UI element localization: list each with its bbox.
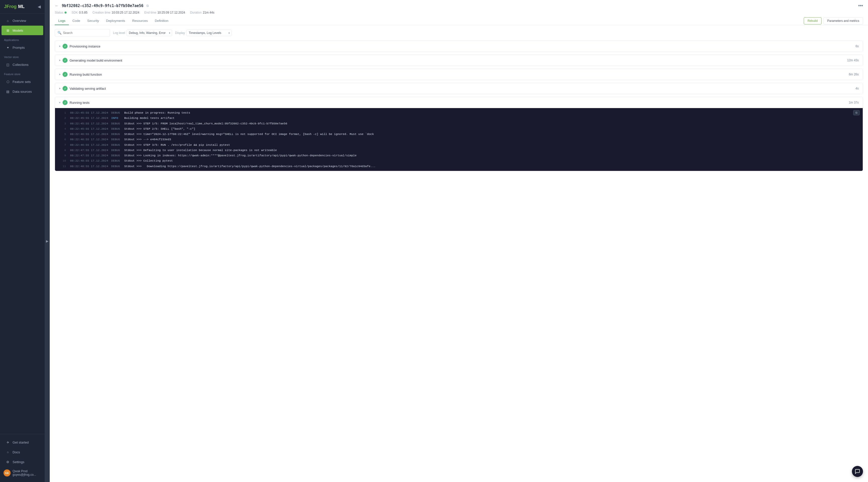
back-button[interactable]: ← <box>55 3 59 8</box>
filter-bar: 🔍 Log level Debug, Info, Warning, Error … <box>55 29 863 36</box>
sidebar-item-models[interactable]: ⊞ Models <box>1 26 43 35</box>
copy-id-button[interactable]: ⧉ <box>147 4 149 8</box>
collapse-sidebar-button[interactable]: ◀ <box>38 4 41 9</box>
tab-code[interactable]: Code <box>69 17 84 25</box>
more-options-button[interactable]: ••• <box>858 3 863 8</box>
sidebar-item-label: Prompts <box>12 46 25 50</box>
chat-button[interactable] <box>852 466 863 477</box>
end-meta: End time 10:25:09 17.12.2024 <box>145 11 185 14</box>
sidebar-item-settings[interactable]: ⚙ Settings <box>1 457 43 467</box>
header-top: ← 9bf32082-c352-49c9-9fc1-b7fb50e7ae56 ⧉… <box>55 3 863 8</box>
sidebar-item-get-started[interactable]: ✈ Get started <box>1 438 43 447</box>
log-timestamp: 08:22:48:SS 17.12.2024 <box>70 158 108 163</box>
search-input[interactable] <box>63 31 107 35</box>
creation-label: Creation time <box>92 11 110 14</box>
log-section-header-generating[interactable]: ▾✓Generating model build environment12m … <box>55 55 863 66</box>
log-line: 708:22:46:SS 17.12.2024DEBUGStdout >>> S… <box>55 142 863 148</box>
rocket-icon: ✈ <box>5 440 10 445</box>
creation-meta: Creation time 10:03:25 17.12.2024 <box>92 11 139 14</box>
display-select[interactable]: Timestamps, Log Levels <box>186 30 231 36</box>
database-icon: ⬡ <box>5 80 10 84</box>
log-timestamp: 08:22:47:SS 17.12.2024 <box>70 148 108 152</box>
line-number: 10 <box>59 158 66 163</box>
log-section-running-tests: ▾✓Running tests1m 37s⧉108:22:45:SS 17.12… <box>55 97 863 171</box>
expand-panel-button[interactable]: ▶ <box>45 0 50 482</box>
log-line: 1008:22:48:SS 17.12.2024DEBUGStdout >>> … <box>55 158 863 163</box>
header-meta: Status SDK 0.5.85 Creation time 10:03:25… <box>55 11 863 14</box>
line-number: 9 <box>59 153 66 157</box>
log-section-header-validating[interactable]: ▾✓Validating serving artifact4s <box>55 83 863 94</box>
chevron-icon: ▾ <box>59 101 61 104</box>
log-timestamp: 08:22:46:SS 17.12.2024 <box>70 137 108 142</box>
sdk-value: 0.5.85 <box>79 11 87 14</box>
log-line: 908:22:47:SS 17.12.2024DEBUGStdout >>> L… <box>55 153 863 158</box>
tab-security[interactable]: Security <box>84 17 102 25</box>
logo: JFrogML <box>4 4 25 9</box>
log-line: 208:22:45:SS 17.12.2024INFOBuilding mode… <box>55 115 863 121</box>
log-message: Building model tests artifact <box>124 116 859 120</box>
log-level-badge: DEBUG <box>111 153 121 157</box>
line-number: 4 <box>59 127 66 131</box>
log-message: Stdout >>> Defaulting to user installati… <box>124 148 859 152</box>
log-message: Stdout >>> time="2024-12-17T08:22:46Z" l… <box>124 132 859 136</box>
log-line: 308:22:45:SS 17.12.2024DEBUGStdout >>> S… <box>55 121 863 126</box>
tab-logs[interactable]: Logs <box>55 17 69 25</box>
rebuild-button[interactable]: Rebuild <box>804 17 822 24</box>
sidebar-item-feature-sets[interactable]: ⬡ Feature sets <box>1 77 43 86</box>
log-line: 108:22:45:SS 17.12.2024DEBUGBuild phase … <box>55 110 863 115</box>
sidebar-item-data-sources[interactable]: ▤ Data sources <box>1 87 43 96</box>
search-icon: 🔍 <box>58 31 62 35</box>
sidebar-item-overview[interactable]: ⌂ Overview <box>1 16 43 25</box>
section-label-feature-store: Feature store <box>0 70 45 77</box>
copy-log-button[interactable]: ⧉ <box>853 110 860 115</box>
params-metrics-button[interactable]: Parameters and metrics <box>824 17 863 24</box>
line-number: 1 <box>59 111 66 115</box>
sidebar-item-docs[interactable]: ○ Docs <box>1 447 43 457</box>
log-message: Stdout >>> STEP 3/5: RUN . /etc/profile … <box>124 143 859 147</box>
home-icon: ⌂ <box>5 18 10 23</box>
log-level-badge: DEBUG <box>111 111 121 115</box>
section-label-applications: Applications <box>0 35 45 42</box>
log-section-header-build-function[interactable]: ▾✓Running build function6m 26s <box>55 69 863 80</box>
log-section-header-running-tests[interactable]: ▾✓Running tests1m 37s <box>55 97 863 108</box>
section-duration: 1m 37s <box>849 101 859 104</box>
log-level-label: Log level <box>113 31 125 35</box>
creation-value: 10:03:25 17.12.2024 <box>112 11 139 14</box>
log-message: Stdout >>> STEP 1/5: FROM localhost/real… <box>124 121 859 126</box>
tab-definition[interactable]: Definition <box>151 17 172 25</box>
tab-deployments[interactable]: Deployments <box>102 17 129 25</box>
status-dot <box>65 11 67 13</box>
section-title: Running tests <box>69 101 90 104</box>
log-level-badge: DEBUG <box>111 132 121 136</box>
sidebar-bottom: ✈ Get started ○ Docs ⚙ Settings GE Qwak … <box>0 434 45 482</box>
log-level-badge: DEBUG <box>111 158 121 163</box>
page-header: ← 9bf32082-c352-49c9-9fc1-b7fb50e7ae56 ⧉… <box>50 0 868 25</box>
log-lines: ⧉108:22:45:SS 17.12.2024DEBUGBuild phase… <box>55 108 863 171</box>
section-duration: 6m 26s <box>849 72 859 76</box>
sidebar-item-prompts[interactable]: ✦ Prompts <box>1 43 43 52</box>
log-section-generating: ▾✓Generating model build environment12m … <box>55 55 863 66</box>
tab-resources[interactable]: Resources <box>129 17 151 25</box>
chevron-icon: ▾ <box>58 88 62 89</box>
log-level-select[interactable]: Debug, Info, Warning, Error <box>127 30 172 36</box>
sidebar-item-label: Feature sets <box>12 80 31 84</box>
docs-icon: ○ <box>5 450 10 454</box>
log-section-header-provisioning[interactable]: ▾✓Provisioning instance6s <box>55 41 863 52</box>
log-message: Stdout >>> Looking in indexes: https://q… <box>124 153 859 157</box>
logo-frog: JFrog <box>4 4 17 9</box>
log-level-filter: Log level Debug, Info, Warning, Error <box>113 30 172 36</box>
log-timestamp: 08:22:45:SS 17.12.2024 <box>70 127 108 131</box>
log-level-badge: DEBUG <box>111 143 121 147</box>
tab-actions: Rebuild Parameters and metrics <box>804 17 863 24</box>
log-line: 408:22:45:SS 17.12.2024DEBUGStdout >>> S… <box>55 126 863 131</box>
sidebar-item-collections[interactable]: ◫ Collections <box>1 60 43 69</box>
user-info[interactable]: GE Qwak Prod guyes@jfrog.co... <box>0 467 45 479</box>
chevron-icon: ▾ <box>58 73 62 75</box>
log-section-provisioning: ▾✓Provisioning instance6s <box>55 40 863 52</box>
display-select-wrapper[interactable]: Timestamps, Log Levels <box>186 30 231 36</box>
log-level-select-wrapper[interactable]: Debug, Info, Warning, Error <box>127 30 172 36</box>
duration-value: 21m 44s <box>203 11 214 14</box>
search-box[interactable]: 🔍 <box>55 29 110 36</box>
status-check-icon: ✓ <box>63 72 68 77</box>
sidebar-item-label: Settings <box>12 460 24 464</box>
